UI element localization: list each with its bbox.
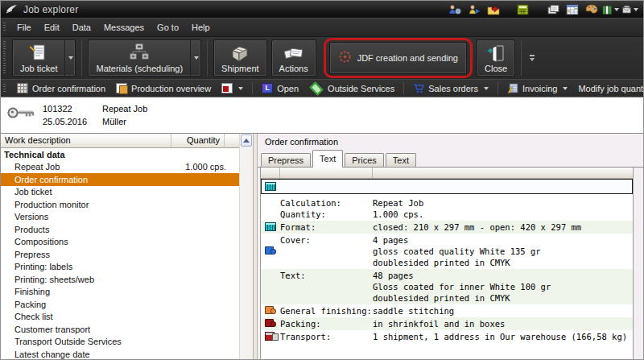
list-item[interactable]: Finishing bbox=[1, 286, 239, 299]
chevron-down-icon bbox=[563, 87, 568, 90]
item-label: Packing bbox=[1, 300, 167, 309]
detail-value: doublesided printed in CMYK bbox=[373, 257, 510, 268]
titlebar-icon-strip bbox=[446, 2, 638, 17]
job-info-col2: Repeat Job Müller bbox=[102, 104, 147, 133]
menu-file[interactable]: File bbox=[10, 19, 38, 35]
band-icon-cell bbox=[261, 318, 280, 329]
job-info-bar: 101322 25.05.2016 Repeat Job Müller bbox=[1, 97, 643, 133]
sales-orders-button[interactable]: Sales orders bbox=[408, 81, 493, 95]
list-item[interactable]: Check list bbox=[1, 311, 239, 324]
toolbar-gripper[interactable] bbox=[3, 84, 6, 93]
send-icon[interactable] bbox=[621, 2, 638, 17]
toolbar-overflow-button[interactable] bbox=[530, 55, 535, 61]
vertical-scrollbar[interactable] bbox=[239, 134, 253, 359]
invoicing-button[interactable]: Invoicing bbox=[502, 81, 572, 95]
detail-label: Transport: bbox=[280, 331, 373, 342]
list-item[interactable]: Printing: labels bbox=[1, 261, 239, 274]
list-item[interactable]: Products bbox=[1, 223, 239, 236]
confirmation-band: Calculation:Repeat JobQuantity:1.000 cps… bbox=[261, 197, 633, 221]
shipment-label: Shipment bbox=[221, 64, 258, 73]
toolbar-gripper[interactable] bbox=[3, 41, 6, 75]
shipment-button[interactable]: Shipment bbox=[213, 39, 266, 77]
menu-bar: FileEditDataMessagesGo toHelp bbox=[1, 18, 643, 36]
folder-exit-icon[interactable] bbox=[485, 2, 502, 17]
tab-prepress[interactable]: Prepress bbox=[261, 153, 311, 168]
actions-button[interactable]: Actions bbox=[271, 39, 316, 77]
menu-help[interactable]: Help bbox=[185, 19, 217, 35]
list-item[interactable]: Technical data bbox=[1, 148, 239, 161]
list-item[interactable]: Versions bbox=[1, 211, 239, 224]
item-label: Check list bbox=[1, 312, 167, 321]
band-icon-cell bbox=[261, 234, 280, 268]
materials-label: Materials (scheduling) bbox=[96, 64, 183, 73]
actions-label: Actions bbox=[279, 64, 308, 73]
list-item[interactable]: Compositions bbox=[1, 236, 239, 249]
pdf-export-button[interactable] bbox=[217, 81, 248, 95]
books-icon[interactable] bbox=[602, 2, 619, 17]
list-item[interactable]: Customer transport bbox=[1, 323, 239, 336]
list-item[interactable]: Order confirmation bbox=[1, 173, 239, 186]
order-confirmation-icon bbox=[17, 83, 28, 93]
order-confirmation-panel: Order confirmation PrepressTextPricesTex… bbox=[258, 134, 643, 359]
list-item[interactable]: Repeat Job1.000 cps. bbox=[1, 161, 239, 174]
open-button[interactable]: Open bbox=[257, 81, 303, 95]
jdf-target-icon bbox=[338, 50, 352, 65]
detail-label: Calculation: bbox=[280, 197, 373, 209]
list-item[interactable]: Transport Outside Services bbox=[1, 336, 239, 349]
item-label: Printing: sheets/web bbox=[1, 275, 167, 284]
menu-messages[interactable]: Messages bbox=[97, 19, 151, 35]
quantity-column-header[interactable]: Quantity bbox=[171, 134, 225, 148]
list-item[interactable]: Printing: sheets/web bbox=[1, 273, 239, 286]
main-area: Work description Quantity Technical data… bbox=[1, 133, 643, 359]
production-overview-button[interactable]: Production overview bbox=[111, 81, 216, 95]
jdf-creation-button[interactable]: JDF creation and sending bbox=[329, 42, 467, 74]
spreadsheet-icon[interactable] bbox=[564, 2, 580, 17]
band-icon-cell bbox=[261, 197, 280, 220]
list-item[interactable]: Job ticket bbox=[1, 186, 239, 199]
toolbar-gripper[interactable] bbox=[3, 23, 6, 32]
list-item[interactable]: Prepress bbox=[1, 248, 239, 261]
calculator-green-icon[interactable] bbox=[514, 2, 531, 17]
list-item[interactable]: Production monitor bbox=[1, 198, 239, 211]
modify-job-quantity-button[interactable]: Modify job quantity bbox=[573, 82, 644, 95]
chevron-down-icon bbox=[238, 87, 243, 90]
order-confirmation-button[interactable]: Order confirmation bbox=[12, 81, 110, 95]
selected-row[interactable] bbox=[261, 179, 633, 194]
band-rows: Text:48 pagesGloss coated for inner Whit… bbox=[280, 270, 633, 304]
tab-text[interactable]: Text bbox=[386, 153, 416, 168]
list-item[interactable]: Packing bbox=[1, 298, 239, 311]
order-confirmation-label: Order confirmation bbox=[32, 84, 105, 93]
job-ticket-dropdown[interactable] bbox=[64, 40, 75, 76]
modify-job-quantity-label: Modify job quantity bbox=[578, 84, 644, 93]
open-icon bbox=[262, 83, 273, 93]
menu-go-to[interactable]: Go to bbox=[151, 19, 185, 35]
puzzle-orange-icon bbox=[265, 306, 274, 314]
menu-edit[interactable]: Edit bbox=[38, 19, 66, 35]
close-button[interactable]: Close bbox=[477, 39, 515, 77]
materials-button[interactable]: Materials (scheduling) bbox=[88, 39, 201, 77]
puzzle-red-icon bbox=[265, 319, 274, 327]
detail-label: Text: bbox=[280, 270, 373, 281]
tab-prices[interactable]: Prices bbox=[345, 153, 384, 168]
contacts-icon[interactable] bbox=[446, 2, 463, 17]
palette-icon[interactable] bbox=[583, 2, 600, 17]
detail-label bbox=[280, 257, 373, 268]
job-ticket-button[interactable]: Job ticket bbox=[12, 39, 76, 77]
materials-icon bbox=[129, 43, 150, 63]
job-number: 101322 bbox=[43, 104, 99, 114]
scroll-up-button[interactable] bbox=[241, 134, 252, 147]
detail-value: 1.000 cps. bbox=[373, 209, 423, 220]
detail-line: Transport:1 shipment, 1 address in Our w… bbox=[280, 331, 633, 342]
detail-value: gloss coated quality White 135 gr bbox=[373, 246, 541, 257]
close-label: Close bbox=[485, 64, 507, 73]
materials-dropdown[interactable] bbox=[190, 40, 200, 76]
outside-services-button[interactable]: Outside Services bbox=[304, 82, 399, 95]
menu-data[interactable]: Data bbox=[66, 19, 97, 35]
contact-export-icon[interactable] bbox=[465, 2, 482, 17]
secondary-toolbar: Order confirmation Production overview O… bbox=[1, 79, 643, 97]
item-label: Repeat Job bbox=[1, 162, 167, 172]
tab-text[interactable]: Text bbox=[312, 150, 343, 168]
work-description-column-header[interactable]: Work description bbox=[1, 134, 171, 148]
list-item[interactable]: Latest change date bbox=[1, 348, 239, 359]
cards-icon[interactable] bbox=[544, 2, 561, 17]
